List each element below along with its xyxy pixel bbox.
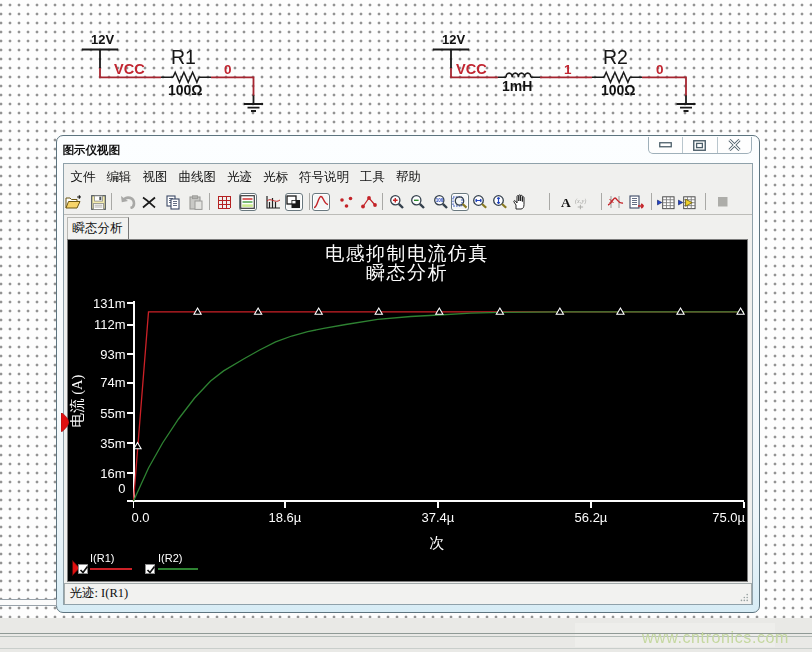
cursors-icon <box>607 195 624 209</box>
x-tick-label: 18.6µ <box>269 510 302 525</box>
delete-icon <box>142 196 156 209</box>
wire-r2-gnd[interactable] <box>642 77 686 95</box>
coordinates-button[interactable]: (x,y) <box>575 193 593 211</box>
net-label-vcc-1[interactable]: VCC <box>114 62 145 77</box>
zoom-in-button[interactable] <box>388 193 406 211</box>
export-excel-button[interactable] <box>657 193 675 211</box>
zoom-select-button[interactable] <box>451 193 469 211</box>
pan-hand-button[interactable] <box>511 193 529 211</box>
resize-grip[interactable] <box>740 593 749 602</box>
curve-style-button[interactable] <box>312 193 330 211</box>
legend-checkbox-ir1[interactable] <box>78 564 88 574</box>
chart-area[interactable]: 电感抑制电流仿真瞬态分析016m35m55m74m93m112m131m0.01… <box>67 239 748 582</box>
supply-label-2[interactable]: 12V <box>442 33 465 46</box>
net-label-0-1[interactable]: 0 <box>224 63 232 77</box>
stop-icon <box>717 196 729 208</box>
axes-icon <box>265 195 281 210</box>
resistor-body-2[interactable] <box>604 72 630 82</box>
scatter-style-button[interactable] <box>338 193 356 211</box>
export-trace-button[interactable] <box>628 193 646 211</box>
trace-marker <box>436 308 443 314</box>
paste-button[interactable] <box>187 193 205 211</box>
value-r1[interactable]: 100Ω <box>168 83 203 97</box>
refdes-r1[interactable]: R1 <box>171 48 196 68</box>
multisim-canvas: { "app": { "watermark": "www.cntronics.c… <box>0 0 812 652</box>
scrollbar-remnant[interactable] <box>0 599 57 606</box>
chart-title: 电感抑制电流仿真 <box>325 242 489 263</box>
y-tick-label: 55m <box>100 405 125 420</box>
scatter-line-style-button[interactable] <box>360 193 378 211</box>
y-tick-label: 35m <box>100 435 125 450</box>
zoom-out-button[interactable] <box>409 193 427 211</box>
window-title: 图示仪视图 <box>63 143 121 158</box>
net-label-1[interactable]: 1 <box>564 63 572 77</box>
menu-edit[interactable]: 编辑 <box>107 169 132 186</box>
menu-tools[interactable]: 工具 <box>360 169 385 186</box>
export-excel-graph-button[interactable] <box>678 193 696 211</box>
minimize-button[interactable] <box>649 137 683 153</box>
zoom-vertical-icon <box>492 194 508 210</box>
tab-transient-analysis[interactable]: 瞬态分析 <box>67 217 129 239</box>
trace-marker <box>556 308 563 314</box>
undo-icon <box>120 195 136 209</box>
open-button[interactable] <box>65 193 83 211</box>
zoom-horizontal-button[interactable] <box>471 193 489 211</box>
delete-button[interactable] <box>140 193 158 211</box>
restore-icon <box>693 140 706 151</box>
trace-I(R1)[interactable] <box>134 311 745 500</box>
close-button[interactable] <box>718 137 751 153</box>
stop-button[interactable] <box>714 193 732 211</box>
net-label-0-2[interactable]: 0 <box>656 63 664 77</box>
save-button[interactable] <box>90 193 108 211</box>
window-controls <box>648 137 752 154</box>
menu-legend[interactable]: 符号说明 <box>299 169 349 186</box>
open-icon <box>65 195 82 210</box>
export-trace-icon <box>629 195 645 210</box>
menu-file[interactable]: 文件 <box>71 169 96 186</box>
vcc-symbol-1[interactable] <box>82 50 118 69</box>
legend-label-ir2[interactable]: I(R2) <box>158 553 182 564</box>
menu-view[interactable]: 视图 <box>143 169 168 186</box>
export-excel-icon <box>657 195 675 210</box>
menu-help[interactable]: 帮助 <box>396 169 421 186</box>
menu-bar: 文件 编辑 视图 曲线图 光迹 光标 符号说明 工具 帮助 <box>64 164 752 189</box>
cursors-button[interactable] <box>607 193 625 211</box>
toolbar: 100 <box>64 189 752 215</box>
supply-label-1[interactable]: 12V <box>91 33 114 46</box>
divider-line <box>0 648 812 649</box>
ground-symbol-2[interactable] <box>677 95 696 111</box>
copy-button[interactable] <box>164 193 182 211</box>
undo-button[interactable] <box>119 193 137 211</box>
menu-trace[interactable]: 光迹 <box>227 169 252 186</box>
legend-label-ir1[interactable]: I(R1) <box>90 553 114 564</box>
resistor-body-1[interactable] <box>173 72 199 82</box>
checkbox-check-icon <box>79 565 89 575</box>
show-legend-button[interactable] <box>239 193 257 211</box>
toolbar-separator <box>601 193 602 210</box>
zoom-vertical-button[interactable] <box>491 193 509 211</box>
trace-I(R2)[interactable] <box>134 311 745 500</box>
value-l1[interactable]: 1mH <box>502 79 532 93</box>
invert-colors-button[interactable] <box>285 193 303 211</box>
refdes-r2[interactable]: R2 <box>603 48 628 68</box>
y-tick-label: 16m <box>100 465 125 480</box>
close-icon <box>728 139 741 151</box>
checkbox-check-icon <box>146 565 156 575</box>
y-tick-label: 93m <box>100 346 125 361</box>
legend-checkbox-ir2[interactable] <box>145 564 155 574</box>
legend-line-ir2 <box>158 568 198 570</box>
menu-cursor[interactable]: 光标 <box>263 169 288 186</box>
show-grid-button[interactable] <box>216 193 234 211</box>
value-r2[interactable]: 100Ω <box>601 83 636 97</box>
inductor-body[interactable] <box>506 73 531 77</box>
ground-symbol-1[interactable] <box>244 95 263 111</box>
zoom-100-button[interactable]: 100 <box>432 193 450 211</box>
menu-graph[interactable]: 曲线图 <box>179 169 217 186</box>
show-axes-button[interactable] <box>264 193 282 211</box>
toolbar-separator <box>209 193 210 210</box>
add-text-button[interactable]: A <box>557 193 575 211</box>
restore-button[interactable] <box>683 137 717 153</box>
net-label-vcc-2[interactable]: VCC <box>456 62 487 77</box>
wire-r1-gnd[interactable] <box>211 77 254 95</box>
grapher-window: 图示仪视图 文件 编辑 视图 曲线图 光迹 光标 <box>56 135 760 613</box>
